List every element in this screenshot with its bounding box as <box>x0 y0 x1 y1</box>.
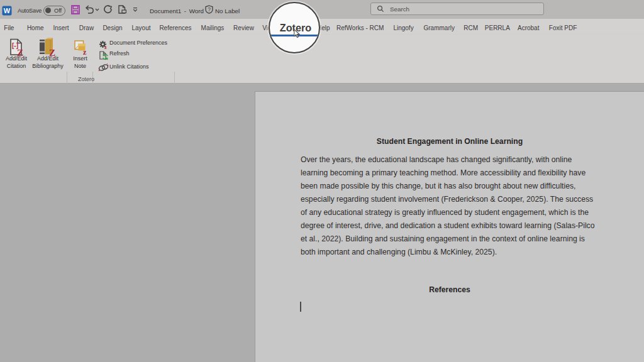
svg-text:?: ? <box>208 6 211 13</box>
svg-text:W: W <box>4 7 11 14</box>
svg-text:z: z <box>83 48 87 55</box>
